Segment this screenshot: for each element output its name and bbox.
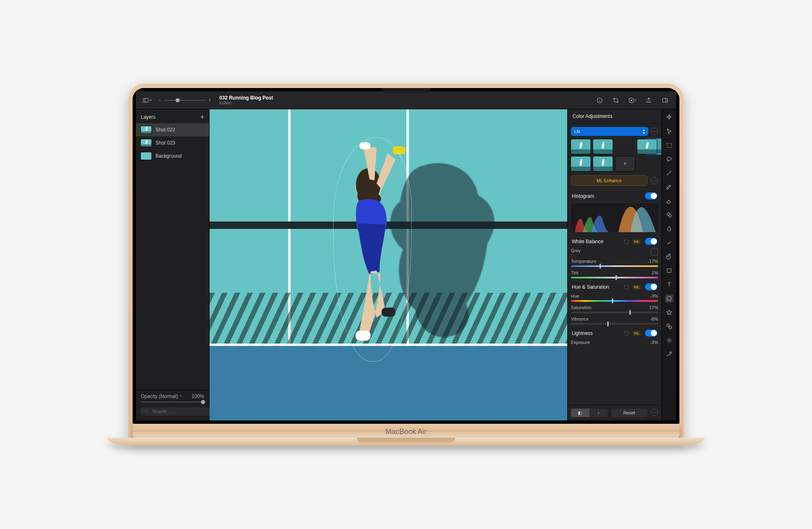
before-after-segment[interactable]: ◧▫ bbox=[571, 409, 608, 417]
slider-label: Saturation bbox=[571, 305, 591, 310]
zoom-in[interactable]: + bbox=[208, 97, 211, 103]
crop-tool-icon[interactable] bbox=[665, 267, 673, 275]
histogram-toggle[interactable] bbox=[645, 192, 657, 199]
preset-thumb[interactable] bbox=[593, 156, 613, 171]
view-mode-button[interactable]: ▾ bbox=[142, 95, 152, 106]
opacity-slider[interactable] bbox=[141, 402, 204, 402]
adjustments-tool-icon[interactable] bbox=[665, 294, 673, 303]
star-tool-icon[interactable] bbox=[665, 308, 673, 316]
text-tool-icon[interactable] bbox=[665, 280, 673, 289]
section-toggle[interactable] bbox=[645, 238, 657, 245]
svg-rect-0 bbox=[143, 98, 148, 102]
slider-label: Temperature bbox=[571, 259, 596, 264]
wand-tool-icon[interactable] bbox=[665, 169, 673, 177]
preset-thumb[interactable] bbox=[571, 156, 591, 171]
add-layer-button[interactable]: + bbox=[201, 113, 204, 121]
zoom-slider[interactable]: − + bbox=[158, 97, 211, 103]
opacity-value: 100% bbox=[192, 393, 204, 399]
reset-icon[interactable] bbox=[623, 284, 630, 290]
blur-tool-icon[interactable] bbox=[665, 225, 673, 233]
histogram-chart bbox=[571, 203, 658, 232]
preset-more-button[interactable]: ⋯ bbox=[651, 128, 658, 135]
layer-thumb-icon bbox=[141, 126, 151, 133]
clone-tool-icon[interactable] bbox=[665, 211, 673, 219]
panels-button[interactable] bbox=[660, 95, 670, 106]
preset-add-button[interactable]: + bbox=[615, 156, 635, 171]
svg-rect-4 bbox=[663, 98, 668, 102]
pointer-tool-icon[interactable] bbox=[665, 127, 673, 136]
grey-label: Grey bbox=[571, 248, 581, 255]
layer-thumb-icon bbox=[141, 139, 151, 147]
tint-slider[interactable] bbox=[571, 277, 658, 278]
layer-row[interactable]: Shot 022 bbox=[136, 123, 209, 136]
section-toggle[interactable] bbox=[645, 283, 657, 290]
eyedropper-tool-icon[interactable] bbox=[665, 350, 673, 358]
svg-point-3 bbox=[631, 99, 632, 101]
hue-slider[interactable] bbox=[571, 300, 658, 302]
slider-label: Exposure bbox=[571, 340, 590, 345]
layer-name: Shot 022 bbox=[156, 127, 175, 133]
slider-value: 17% bbox=[649, 305, 658, 310]
search-icon bbox=[144, 409, 149, 414]
layers-title: Layers bbox=[141, 114, 156, 120]
share-button[interactable] bbox=[643, 95, 654, 106]
effects-button[interactable]: ▾ bbox=[627, 95, 638, 106]
zoom-out[interactable]: − bbox=[158, 97, 161, 103]
layer-name: Background bbox=[156, 153, 182, 159]
search-input[interactable] bbox=[152, 409, 209, 414]
eraser-tool-icon[interactable] bbox=[665, 197, 673, 205]
laptop-hinge: MacBook Air bbox=[133, 424, 679, 439]
temperature-slider[interactable] bbox=[571, 265, 658, 267]
crop-button[interactable] bbox=[611, 95, 621, 106]
layer-row[interactable]: Shot 023 bbox=[136, 136, 209, 149]
laptop-model-label: MacBook Air bbox=[385, 427, 426, 436]
ml-more-button[interactable]: ⋯ bbox=[651, 177, 658, 184]
svg-point-16 bbox=[667, 296, 671, 301]
layer-search[interactable] bbox=[141, 407, 212, 416]
inspector-panel: Color Adjustments LN ▴▾ ⋯ bbox=[567, 109, 661, 420]
hand-tool-icon[interactable] bbox=[665, 253, 673, 261]
photo-editor-app: ▾ − + 032 Running Blog Post Edited ▾ bbox=[136, 91, 676, 420]
saturation-slider[interactable] bbox=[571, 312, 658, 313]
ml-enhance-button[interactable]: ML Enhance bbox=[571, 175, 647, 186]
lasso-tool-icon[interactable] bbox=[665, 155, 673, 163]
shapes-tool-icon[interactable] bbox=[665, 322, 673, 330]
reset-icon[interactable] bbox=[623, 238, 630, 245]
preset-thumb[interactable] bbox=[593, 139, 613, 154]
svg-point-12 bbox=[667, 157, 671, 161]
gear-tool-icon[interactable] bbox=[665, 336, 673, 344]
svg-point-5 bbox=[145, 410, 147, 412]
smudge-tool-icon[interactable] bbox=[665, 239, 673, 247]
canvas[interactable] bbox=[210, 109, 567, 420]
svg-point-13 bbox=[667, 213, 670, 216]
marquee-tool-icon[interactable] bbox=[665, 141, 673, 149]
preset-thumb[interactable] bbox=[571, 139, 591, 154]
preset-thumb[interactable] bbox=[637, 139, 657, 154]
ml-badge: ML bbox=[632, 331, 641, 336]
selection-marquee bbox=[333, 137, 412, 361]
reset-button[interactable]: Reset bbox=[611, 409, 648, 417]
footer-more-button[interactable]: ⋯ bbox=[651, 409, 658, 416]
section-label: White Balance bbox=[572, 239, 603, 244]
brush-tool-icon[interactable] bbox=[665, 183, 673, 191]
sparkle-tool-icon[interactable] bbox=[665, 113, 673, 122]
tool-strip bbox=[661, 109, 676, 420]
inspector-title: Color Adjustments bbox=[568, 109, 661, 124]
preset-select[interactable]: LN ▴▾ bbox=[571, 127, 648, 136]
slider-value: -3% bbox=[650, 340, 658, 345]
layers-sidebar: Layers + Shot 022 Shot 023 bbox=[136, 109, 210, 420]
slider-label: Hue bbox=[571, 294, 579, 298]
vibrance-slider[interactable] bbox=[571, 323, 658, 325]
svg-rect-15 bbox=[667, 269, 671, 272]
ml-badge: ML bbox=[632, 239, 641, 244]
layer-list: Shot 022 Shot 023 Background bbox=[136, 123, 209, 390]
eyedropper-button[interactable] bbox=[651, 248, 658, 255]
slider-value: -17% bbox=[647, 259, 658, 264]
histogram-label: Histogram bbox=[572, 193, 594, 199]
layer-row[interactable]: Background bbox=[136, 149, 209, 163]
svg-point-18 bbox=[669, 326, 672, 329]
reset-icon[interactable] bbox=[623, 330, 630, 337]
info-button[interactable] bbox=[594, 95, 605, 106]
preset-grid: + bbox=[571, 139, 658, 171]
section-toggle[interactable] bbox=[645, 330, 657, 337]
